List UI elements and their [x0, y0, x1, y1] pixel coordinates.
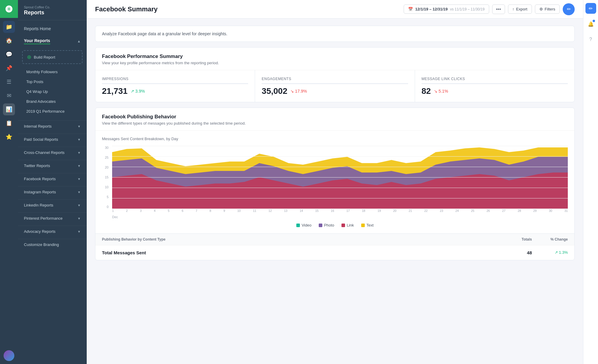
linkedin-reports-header[interactable]: LinkedIn Reports ▼ — [18, 200, 87, 211]
x-label-16: 16 — [331, 209, 334, 218]
publishing-card: Facebook Publishing Behavior View the di… — [95, 108, 575, 260]
sidebar-item-top-posts[interactable]: Top Posts — [18, 77, 87, 87]
build-report-label: Build Report — [34, 55, 55, 59]
performance-card: Facebook Performance Summary View your k… — [95, 47, 575, 102]
calendar-icon: 📅 — [408, 7, 413, 11]
sidebar-item-q4-wrap-up[interactable]: Q4 Wrap Up — [18, 87, 87, 97]
metric-link-clicks: Message Link Clicks 82 ↘ 5.1% — [415, 70, 574, 102]
facebook-reports-label: Facebook Reports — [24, 177, 56, 181]
sidebar-item-2019-q1[interactable]: 2019 Q1 Performance — [18, 106, 87, 116]
grid-line-25 — [112, 156, 568, 157]
y-label-25: 25 — [105, 156, 109, 159]
engagements-change: ↘ 17.9% — [290, 89, 307, 94]
bell-rail-button[interactable]: 🔔 — [585, 19, 596, 29]
tasks-icon[interactable]: 📋 — [3, 117, 15, 129]
edit-rail-button[interactable]: ✏ — [585, 3, 596, 14]
x-label-12: 12 — [269, 209, 272, 218]
internal-reports-label: Internal Reports — [24, 124, 52, 129]
x-label-30: 30 — [549, 209, 552, 218]
customize-branding-label: Customize Branding — [24, 242, 59, 247]
sidebar-nav: Reports Home Your Reports ▲ ⊕ Build Repo… — [18, 20, 87, 253]
linkedin-reports-label: LinkedIn Reports — [24, 203, 53, 207]
sidebar-item-monthly-followers[interactable]: Monthly Followers — [18, 67, 87, 77]
engagements-value: 35,002 ↘ 17.9% — [262, 86, 408, 96]
date-range-button[interactable]: 📅 12/1/19 – 12/31/19 vs 11/1/19 – 11/30/… — [404, 4, 489, 14]
impressions-label: Impressions — [102, 77, 248, 84]
cross-channel-header[interactable]: Cross-Channel Reports ▼ — [18, 147, 87, 158]
your-reports-section: Your Reports ▲ ⊕ Build Report Monthly Fo… — [18, 35, 87, 119]
publishing-title: Facebook Publishing Behavior — [102, 114, 568, 120]
impressions-value: 21,731 ↗ 3.9% — [102, 86, 248, 96]
text-label: Text — [367, 223, 374, 227]
star-icon[interactable]: ⭐ — [3, 131, 15, 143]
y-label-20: 20 — [105, 166, 109, 169]
advocacy-reports-header[interactable]: Advocacy Reports ▼ — [18, 226, 87, 237]
home-icon[interactable]: 🏠 — [3, 35, 15, 47]
x-label-18: 18 — [362, 209, 365, 218]
folder-icon[interactable]: 📁 — [3, 21, 15, 33]
instagram-reports-header[interactable]: Instagram Reports ▼ — [18, 186, 87, 198]
facebook-reports-header[interactable]: Facebook Reports ▼ — [18, 173, 87, 184]
messages-icon[interactable]: 💬 — [3, 48, 15, 60]
user-avatar[interactable] — [4, 350, 14, 361]
linkedin-reports-group: LinkedIn Reports ▼ — [18, 199, 87, 211]
x-label-1: 1 — [112, 209, 114, 218]
metric-engagements: Engagements 35,002 ↘ 17.9% — [255, 70, 415, 102]
chart-grid — [112, 146, 568, 209]
pub-header-label: Publishing Behavior by Content Type — [102, 237, 496, 241]
engagements-number: 35,002 — [262, 86, 287, 96]
customize-branding-header[interactable]: Customize Branding — [18, 239, 87, 250]
export-button[interactable]: ↑ Export — [508, 4, 532, 14]
x-label-6: 6 — [182, 209, 184, 218]
impressions-number: 21,731 — [102, 86, 128, 96]
edit-button[interactable]: ✏ — [563, 3, 575, 15]
x-label-29: 29 — [533, 209, 537, 218]
sidebar-item-brand-advocates[interactable]: Brand Advocates — [18, 97, 87, 106]
chart-legend: Video Photo Link Text — [102, 223, 568, 227]
filters-button[interactable]: ⚙ Filters — [535, 4, 560, 14]
customize-branding-group: Customize Branding — [18, 239, 87, 250]
cross-channel-label: Cross-Channel Reports — [24, 150, 65, 155]
paid-social-header[interactable]: Paid Social Reports ▼ — [18, 134, 87, 145]
more-options-button[interactable]: ••• — [492, 4, 505, 14]
x-label-28: 28 — [518, 209, 521, 218]
your-reports-header[interactable]: Your Reports ▲ — [18, 35, 87, 47]
filters-label: Filters — [545, 7, 555, 11]
help-rail-button[interactable]: ? — [585, 34, 596, 45]
internal-reports-header[interactable]: Internal Reports ▼ — [18, 121, 87, 132]
app-logo[interactable] — [0, 0, 18, 18]
x-label-9: 9 — [223, 209, 225, 218]
export-icon: ↑ — [512, 7, 515, 11]
your-reports-chevron: ▲ — [77, 39, 81, 43]
video-label: Video — [302, 223, 312, 227]
twitter-reports-header[interactable]: Twitter Reports ▼ — [18, 160, 87, 171]
y-label-5: 5 — [107, 195, 109, 199]
pin-icon[interactable]: 📌 — [3, 62, 15, 74]
your-reports-items: ⊕ Build Report Monthly Followers Top Pos… — [18, 47, 87, 119]
page-header: Facebook Summary 📅 12/1/19 – 12/31/19 vs… — [87, 0, 583, 19]
publishing-subtitle: View the different types of messages you… — [102, 121, 568, 126]
send-icon[interactable]: ✉ — [3, 90, 15, 102]
sidebar-item-reports-home[interactable]: Reports Home — [18, 23, 87, 34]
photo-label: Photo — [324, 223, 334, 227]
export-label: Export — [516, 7, 527, 11]
pub-header-change: % Change — [532, 237, 568, 241]
x-label-25: 25 — [471, 209, 474, 218]
x-label-2: 2 — [126, 209, 128, 218]
chart-icon[interactable]: 📊 — [3, 103, 15, 115]
link-clicks-value: 82 ↘ 5.1% — [422, 86, 568, 96]
x-label-15: 15 — [315, 209, 318, 218]
video-color — [296, 224, 300, 227]
y-label-0: 0 — [107, 205, 109, 209]
impressions-change: ↗ 3.9% — [131, 89, 145, 94]
your-reports-label: Your Reports — [24, 38, 50, 44]
header-actions: 📅 12/1/19 – 12/31/19 vs 11/1/19 – 11/30/… — [404, 3, 575, 15]
main-content: Facebook Summary 📅 12/1/19 – 12/31/19 vs… — [87, 0, 583, 364]
icon-rail: 📁 🏠 💬 📌 ☰ ✉ 📊 📋 ⭐ — [0, 0, 18, 364]
pinterest-header[interactable]: Pinterest Performance ▼ — [18, 213, 87, 224]
build-report-button[interactable]: ⊕ Build Report — [22, 50, 83, 64]
facebook-chevron: ▼ — [77, 177, 81, 181]
link-label: Link — [347, 223, 354, 227]
list-icon[interactable]: ☰ — [3, 76, 15, 88]
publishing-header: Facebook Publishing Behavior View the di… — [95, 108, 574, 131]
